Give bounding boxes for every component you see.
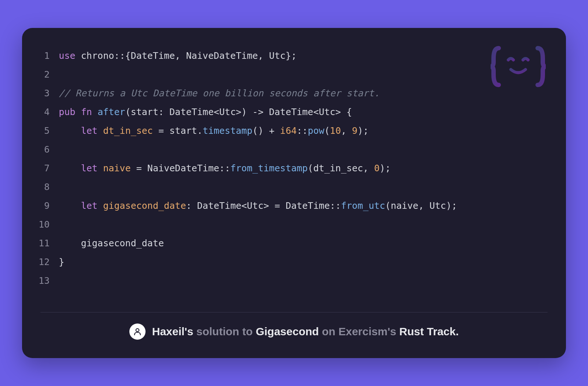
line-number: 1 xyxy=(39,46,59,65)
code-block: 1 2 3 4 5 6 7 8 9 10 11 12 13 use chrono… xyxy=(33,46,555,312)
number: 10 xyxy=(330,125,341,136)
code-text: (dt_in_sec, xyxy=(308,163,374,174)
code-text: : DateTime<Utc> = DateTime:: xyxy=(186,200,341,211)
code-card: 1 2 3 4 5 6 7 8 9 10 11 12 13 use chrono… xyxy=(22,28,566,358)
number: 0 xyxy=(374,163,380,174)
fn-name: after xyxy=(97,107,125,117)
method-call: from_utc xyxy=(341,200,385,211)
line-number: 7 xyxy=(39,159,59,178)
attribution-muted: solution to xyxy=(193,325,256,337)
keyword-use: use xyxy=(59,50,75,61)
code-text: ); xyxy=(380,163,391,174)
line-number: 8 xyxy=(39,178,59,196)
code-text: = NaiveDateTime:: xyxy=(131,163,230,174)
line-number: 9 xyxy=(39,196,59,215)
footer: Haxeil's solution to Gigasecond on Exerc… xyxy=(33,312,555,343)
comment: // Returns a Utc DateTime one billion se… xyxy=(59,88,380,99)
line-number: 2 xyxy=(39,65,59,84)
method-call: timestamp xyxy=(202,125,252,136)
line-numbers: 1 2 3 4 5 6 7 8 9 10 11 12 13 xyxy=(39,46,59,290)
code-text: , xyxy=(341,125,352,136)
code-line: use chrono::{DateTime, NaiveDateTime, Ut… xyxy=(59,46,457,65)
code-line xyxy=(59,178,457,196)
line-number: 12 xyxy=(39,253,59,271)
import-path: chrono::{DateTime, NaiveDateTime, Utc}; xyxy=(75,50,297,61)
code-text: :: xyxy=(297,125,308,136)
avatar xyxy=(129,324,146,340)
code-text: ( xyxy=(325,125,330,136)
method-call: from_timestamp xyxy=(230,163,308,174)
method-call: pow xyxy=(308,125,324,136)
user-icon xyxy=(133,327,142,336)
line-number: 13 xyxy=(39,271,59,290)
code-line xyxy=(59,140,457,159)
code-text: ); xyxy=(358,125,369,136)
code-line: gigasecond_date xyxy=(59,234,457,253)
code-line: } xyxy=(59,253,457,271)
variable: gigasecond_date xyxy=(103,200,186,211)
keyword-let: let xyxy=(81,125,97,136)
keyword-let: let xyxy=(81,163,97,174)
line-number: 6 xyxy=(39,140,59,159)
return-expr: gigasecond_date xyxy=(59,238,164,249)
attribution-text: Haxeil's solution to Gigasecond on Exerc… xyxy=(152,325,459,338)
code-line xyxy=(59,215,457,234)
line-number: 4 xyxy=(39,103,59,121)
code-line: pub fn after(start: DateTime<Utc>) -> Da… xyxy=(59,103,457,121)
svg-point-0 xyxy=(136,329,139,332)
variable: dt_in_sec xyxy=(103,125,153,136)
variable: naive xyxy=(103,163,130,174)
keyword-pub: pub xyxy=(59,107,75,117)
fn-signature: (start: DateTime<Utc>) -> DateTime<Utc> … xyxy=(125,107,352,117)
track-name: Rust Track. xyxy=(399,325,459,337)
code-text: () + xyxy=(252,125,280,136)
code-text: (naive, Utc); xyxy=(385,200,457,211)
code-line: let naive = NaiveDateTime::from_timestam… xyxy=(59,159,457,178)
exercise-name: Gigasecond xyxy=(256,325,319,337)
line-number: 3 xyxy=(39,84,59,103)
code-line xyxy=(59,65,457,84)
code-line: // Returns a Utc DateTime one billion se… xyxy=(59,84,457,103)
code-line: let dt_in_sec = start.timestamp() + i64:… xyxy=(59,121,457,140)
line-number: 11 xyxy=(39,234,59,253)
code-line xyxy=(59,271,457,290)
keyword-let: let xyxy=(81,200,97,211)
close-brace: } xyxy=(59,257,64,267)
author-name: Haxeil's xyxy=(152,325,193,337)
type-name: i64 xyxy=(280,125,297,136)
line-number: 5 xyxy=(39,121,59,140)
code-text: = start. xyxy=(153,125,202,136)
source-code: use chrono::{DateTime, NaiveDateTime, Ut… xyxy=(59,46,457,290)
line-number: 10 xyxy=(39,215,59,234)
number: 9 xyxy=(352,125,358,136)
keyword-fn: fn xyxy=(81,107,92,117)
code-line: let gigasecond_date: DateTime<Utc> = Dat… xyxy=(59,196,457,215)
exercism-logo xyxy=(491,44,546,89)
attribution-muted: on Exercism's xyxy=(319,325,399,337)
